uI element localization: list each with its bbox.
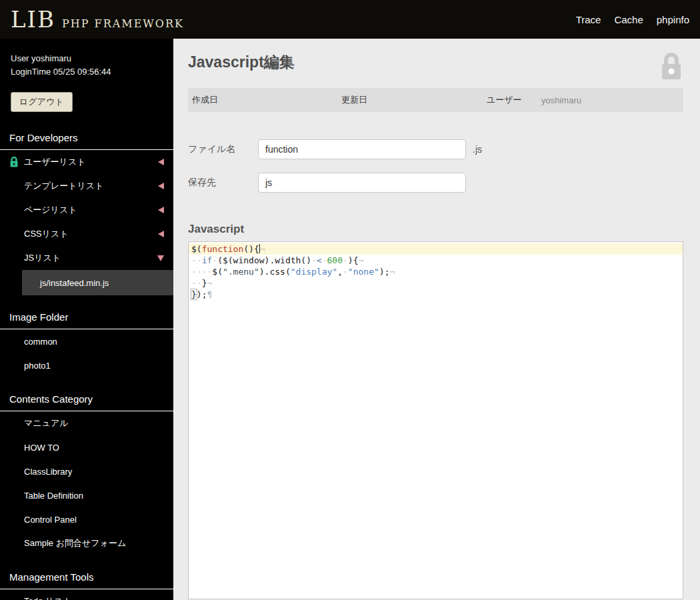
top-link-cache[interactable]: Cache	[614, 14, 643, 25]
sidebar-item[interactable]: ClassLibrary	[0, 459, 173, 483]
code-token: );	[379, 267, 390, 277]
logo-main-text: LIB	[11, 6, 55, 33]
created-date-label: 作成日	[192, 94, 218, 106]
code-token: ".menu"	[223, 267, 259, 277]
sidebar-item[interactable]: Table Definition	[0, 483, 173, 507]
code-token: "none"	[348, 267, 379, 277]
sidebar-section-title: Image Folder	[0, 306, 173, 329]
save-path-input[interactable]	[258, 173, 466, 193]
main-content: Javascript編集 作成日 更新日 ユーザー yoshimaru ファイル…	[173, 39, 700, 600]
sidebar-item-label: common	[24, 337, 57, 347]
app-screen: LIB PHP FRAMEWORK TraceCachephpinfo User…	[0, 0, 700, 600]
sidebar-item-label: マニュアル	[24, 417, 69, 429]
sidebar-item[interactable]: common	[0, 329, 173, 353]
main-header: Javascript編集	[188, 52, 683, 80]
chevron-left-icon	[158, 159, 164, 165]
user-info: User yoshimaru LoginTime 05/25 09:56:44	[0, 39, 173, 79]
sidebar-item[interactable]: HOW TO	[0, 435, 173, 459]
code-token: function	[202, 244, 244, 254]
code-token: ·	[343, 255, 348, 265]
sidebar-section: Contents CategoryマニュアルHOW TOClassLibrary…	[0, 388, 173, 555]
code-token: ¬	[389, 267, 395, 277]
code-token: "display"	[291, 267, 337, 277]
meta-bar: 作成日 更新日 ユーザー yoshimaru	[188, 88, 683, 112]
code-token: ).css(	[259, 267, 291, 277]
sidebar-item[interactable]: js/instafeed.min.js	[22, 270, 173, 295]
top-nav: TraceCachephpinfo	[576, 14, 689, 25]
filename-row: ファイル名 .js	[188, 139, 683, 160]
sidebar-section-title: Management Tools	[0, 566, 173, 589]
sidebar-item-label: ページリスト	[24, 204, 77, 216]
locked-status-icon	[659, 52, 683, 80]
sidebar-section-title: For Developers	[0, 127, 173, 150]
code-token: if	[202, 255, 213, 265]
sidebar-item-label: Sample お問合せフォーム	[24, 537, 126, 549]
filename-suffix: .js	[473, 144, 482, 155]
login-time-text: LoginTime 05/25 09:56:44	[11, 65, 173, 79]
code-token: ¬	[358, 255, 363, 265]
code-token: ··	[191, 278, 202, 288]
sidebar-item[interactable]: マニュアル	[0, 411, 173, 435]
sidebar-item-label: ユーザーリスト	[24, 156, 86, 168]
top-link-phpinfo[interactable]: phpinfo	[657, 14, 689, 25]
code-line: $(function(){¬	[189, 243, 683, 255]
code-token: ··	[191, 255, 202, 265]
code-token: ·	[212, 255, 217, 265]
sidebar-item[interactable]: JSリスト	[0, 246, 173, 270]
save-path-row: 保存先	[188, 172, 683, 193]
code-token: ){	[348, 255, 359, 265]
chevron-left-icon	[158, 183, 164, 189]
sidebar-item-label: CSSリスト	[24, 228, 69, 240]
code-token: ¬	[207, 278, 212, 288]
sidebar-item[interactable]: Todo リスト	[0, 589, 173, 600]
user-value: yoshimaru	[541, 95, 581, 105]
sidebar-nav: For DevelopersユーザーリストテンプレートリストページリストCSSリ…	[0, 127, 173, 600]
code-token: ($(window).width()	[217, 255, 311, 265]
sidebar-item-label: photo1	[24, 361, 51, 371]
sidebar-section: Image Foldercommonphoto1	[0, 306, 173, 377]
user-name-text: User yoshimaru	[11, 52, 173, 65]
top-bar: LIB PHP FRAMEWORK TraceCachephpinfo	[0, 0, 700, 39]
file-form: ファイル名 .js 保存先	[188, 139, 683, 193]
sidebar-item[interactable]: Sample お問合せフォーム	[0, 531, 173, 555]
sidebar-item[interactable]: ユーザーリスト	[0, 150, 173, 174]
sidebar-item[interactable]: Control Panel	[0, 507, 173, 531]
code-token: $(	[191, 244, 202, 254]
sidebar-item-label: テンプレートリスト	[24, 180, 103, 192]
sidebar-section-title: Contents Category	[0, 388, 173, 411]
sidebar: User yoshimaru LoginTime 05/25 09:56:44 …	[0, 39, 173, 600]
code-token: ·	[322, 255, 327, 265]
code-token: $(	[212, 267, 223, 277]
code-token: 600	[327, 255, 343, 265]
filename-label: ファイル名	[188, 143, 258, 155]
code-line: ··if·($(window).width()·<·600·){¬	[189, 255, 683, 266]
code-token: ¶	[207, 289, 212, 299]
sidebar-item[interactable]: photo1	[0, 353, 173, 377]
chevron-down-icon	[157, 255, 164, 261]
top-link-trace[interactable]: Trace	[576, 14, 601, 25]
sidebar-item[interactable]: ページリスト	[0, 198, 173, 222]
code-token: );	[197, 289, 207, 299]
filename-input[interactable]	[258, 139, 466, 159]
sidebar-item[interactable]: テンプレートリスト	[0, 174, 173, 198]
app-logo[interactable]: LIB PHP FRAMEWORK	[11, 6, 184, 33]
sidebar-item-label: Table Definition	[24, 491, 83, 501]
sidebar-section: Management ToolsTodo リスト	[0, 566, 173, 600]
sidebar-item-label: JSリスト	[24, 252, 61, 264]
code-line: ····$(".menu").css("display",·"none");¬	[189, 266, 683, 277]
code-token: <	[317, 255, 322, 265]
lock-icon	[9, 157, 19, 167]
sidebar-item-label: Control Panel	[24, 515, 77, 525]
code-token: (){	[243, 244, 259, 254]
code-token: ¬	[260, 244, 265, 254]
chevron-left-icon	[158, 231, 164, 237]
sidebar-item[interactable]: CSSリスト	[0, 222, 173, 246]
code-editor[interactable]: $(function(){¬··if·($(window).width()·<·…	[188, 241, 683, 599]
code-token: ·	[343, 267, 348, 277]
code-token: ····	[191, 267, 212, 277]
user-label: ユーザー	[487, 94, 522, 106]
save-path-label: 保存先	[188, 177, 258, 189]
logout-button[interactable]: ログアウト	[11, 92, 73, 112]
code-token: ·	[311, 255, 317, 265]
sidebar-item-label: HOW TO	[24, 443, 59, 453]
